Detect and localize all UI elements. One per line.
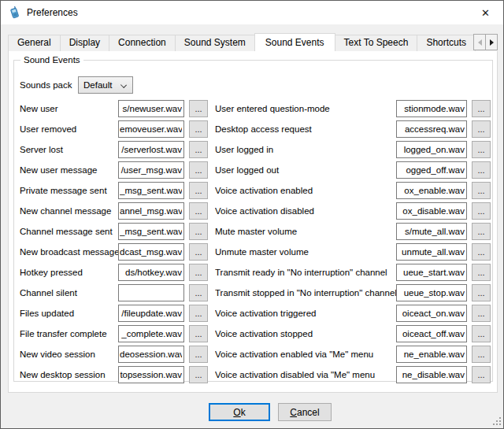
sound-event-label: New desktop session (20, 370, 118, 379)
browse-button[interactable]: ... (189, 305, 208, 322)
titlebar[interactable]: Preferences ✕ (1, 1, 503, 24)
sound-file-input[interactable] (396, 325, 467, 342)
sound-file-input[interactable] (118, 346, 184, 363)
browse-button[interactable]: ... (189, 223, 208, 240)
browse-button[interactable]: ... (472, 202, 491, 220)
browse-button[interactable]: ... (189, 202, 208, 220)
cancel-button[interactable]: Cancel (278, 403, 332, 421)
browse-button[interactable]: ... (189, 243, 208, 261)
sound-file-input[interactable] (396, 223, 467, 240)
sound-file-input[interactable] (396, 100, 467, 117)
browse-button[interactable]: ... (472, 161, 491, 179)
browse-button[interactable]: ... (189, 161, 208, 179)
sounds-pack-row: Sounds pack Default (20, 76, 492, 94)
sound-event-label: Voice activation triggered (215, 309, 396, 318)
sound-event-label: Voice activation disabled via "Me" menu (215, 370, 396, 379)
sound-event-row: Channel silent ... Transmit stopped in "… (20, 284, 491, 301)
sound-event-label: Server lost (20, 145, 118, 154)
sound-event-label: Hotkey pressed (20, 268, 118, 277)
browse-button[interactable]: ... (189, 346, 208, 363)
tab-scroll-right-button[interactable] (485, 34, 498, 50)
sound-event-label: Voice activation stopped (215, 329, 396, 338)
sound-file-input[interactable] (118, 202, 184, 220)
sound-event-label: New user message (20, 165, 118, 175)
sound-file-input[interactable] (396, 346, 467, 363)
browse-button[interactable]: ... (189, 120, 208, 138)
browse-button[interactable]: ... (472, 325, 491, 342)
tab-sound-system[interactable]: Sound System (175, 35, 255, 51)
browse-button[interactable]: ... (472, 243, 491, 261)
sound-event-row: File transfer complete ... Voice activat… (20, 325, 491, 342)
tab-bar: General Display Connection Sound System … (8, 33, 498, 51)
sound-file-input[interactable] (118, 325, 184, 342)
sound-event-label: New video session (20, 349, 118, 359)
sound-file-input[interactable] (118, 264, 184, 281)
browse-button[interactable]: ... (472, 100, 491, 117)
tab-text-to-speech[interactable]: Text To Speech (335, 35, 418, 51)
sound-file-input[interactable] (396, 120, 467, 138)
browse-button[interactable]: ... (472, 223, 491, 240)
browse-button[interactable]: ... (472, 366, 491, 383)
sound-file-input[interactable] (118, 161, 184, 179)
sound-file-input[interactable] (396, 243, 467, 261)
triangle-right-icon (490, 39, 494, 46)
preferences-dialog: Preferences ✕ General Display Connection… (0, 0, 504, 429)
ok-button[interactable]: Ok (209, 403, 270, 421)
sound-file-input[interactable] (396, 141, 467, 158)
sound-file-input[interactable] (118, 120, 184, 138)
close-button[interactable]: ✕ (468, 1, 503, 24)
sound-file-input[interactable] (396, 182, 467, 199)
sound-event-label: Files updated (20, 309, 118, 318)
browse-button[interactable]: ... (189, 141, 208, 158)
sound-file-input[interactable] (118, 141, 184, 158)
sound-file-input[interactable] (118, 182, 184, 199)
browse-button[interactable]: ... (472, 264, 491, 281)
browse-button[interactable]: ... (472, 141, 491, 158)
sound-event-label: User removed (20, 124, 118, 134)
sound-event-row: Hotkey pressed ... Transmit ready in "No… (20, 264, 491, 281)
sound-event-label: File transfer complete (20, 329, 118, 338)
browse-button[interactable]: ... (472, 182, 491, 199)
sound-file-input[interactable] (118, 305, 184, 322)
sound-event-row: New video session ... Voice activation e… (20, 346, 491, 363)
browse-button[interactable]: ... (189, 284, 208, 301)
sound-event-row: New broadcast message ... Unmute master … (20, 243, 491, 261)
sound-file-input[interactable] (396, 264, 467, 281)
resize-grip[interactable] (492, 417, 501, 426)
close-icon: ✕ (481, 7, 490, 19)
sound-file-input[interactable] (396, 366, 467, 383)
tab-shortcuts[interactable]: Shortcuts (417, 35, 476, 51)
sound-event-row: New desktop session ... Voice activation… (20, 366, 491, 383)
sound-event-label: Transmit stopped in "No interruption" ch… (215, 288, 396, 298)
browse-button[interactable]: ... (472, 346, 491, 363)
tab-scroll-left-button[interactable] (473, 34, 486, 50)
sounds-pack-select[interactable]: Default (78, 76, 133, 94)
tab-display[interactable]: Display (60, 35, 109, 51)
sound-file-input[interactable] (118, 223, 184, 240)
sound-event-label: New channel message (20, 206, 118, 216)
sound-event-label: Channel silent (20, 288, 118, 298)
sound-file-input[interactable] (118, 284, 184, 301)
sound-file-input[interactable] (396, 161, 467, 179)
sound-file-input[interactable] (118, 366, 184, 383)
browse-button[interactable]: ... (472, 284, 491, 301)
browse-button[interactable]: ... (472, 305, 491, 322)
browse-button[interactable]: ... (189, 182, 208, 199)
tab-general[interactable]: General (8, 35, 61, 51)
sound-file-input[interactable] (118, 100, 184, 117)
browse-button[interactable]: ... (189, 264, 208, 281)
sound-event-label: Desktop access request (215, 124, 396, 134)
browse-button[interactable]: ... (189, 100, 208, 117)
browse-button[interactable]: ... (189, 325, 208, 342)
sound-file-input[interactable] (396, 284, 467, 301)
groupbox-title: Sound Events (20, 54, 83, 66)
browse-button[interactable]: ... (472, 120, 491, 138)
sound-file-input[interactable] (118, 243, 184, 261)
app-icon (8, 6, 20, 19)
tab-sound-events[interactable]: Sound Events (254, 33, 335, 51)
sound-file-input[interactable] (396, 202, 467, 220)
sound-file-input[interactable] (396, 305, 467, 322)
chevron-down-icon (120, 82, 127, 88)
browse-button[interactable]: ... (189, 366, 208, 383)
tab-connection[interactable]: Connection (109, 35, 176, 51)
